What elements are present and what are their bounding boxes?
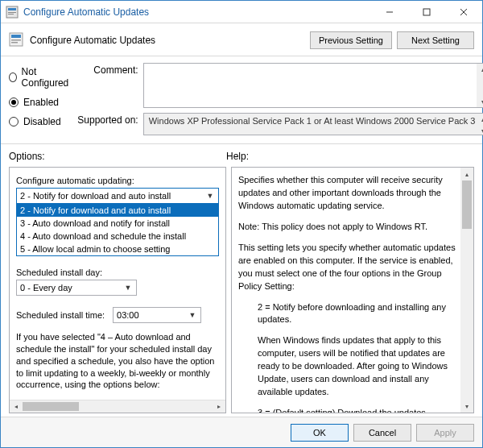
next-setting-button[interactable]: Next Setting <box>397 31 474 49</box>
comment-label: Comment: <box>71 63 143 76</box>
radio-enabled[interactable]: Enabled <box>9 97 71 108</box>
config-area: Not Configured Enabled Disabled Comment:… <box>1 56 482 144</box>
svg-rect-11 <box>11 42 18 44</box>
configure-updating-label: Configure automatic updating: <box>16 176 219 185</box>
window-title: Configure Automatic Updates <box>23 6 371 18</box>
scheduled-day-label: Scheduled install day: <box>16 268 219 277</box>
list-item[interactable]: 5 - Allow local admin to choose setting <box>17 243 218 255</box>
list-item[interactable]: 2 - Notify for download and auto install <box>17 204 218 217</box>
configure-updating-combobox[interactable]: 2 - Notify for download and auto install… <box>16 188 219 204</box>
minimize-button[interactable] <box>371 1 408 23</box>
radio-not-configured[interactable]: Not Configured <box>9 66 71 89</box>
policy-icon <box>6 6 19 19</box>
previous-setting-button[interactable]: Previous Setting <box>310 31 392 49</box>
header-row: Configure Automatic Updates Previous Set… <box>1 23 482 56</box>
radio-disabled[interactable]: Disabled <box>9 116 71 127</box>
list-item[interactable]: 3 - Auto download and notify for install <box>17 217 218 230</box>
policy-title: Configure Automatic Updates <box>30 35 305 46</box>
chevron-down-icon: ▼ <box>186 311 199 319</box>
options-heading: Options: <box>9 151 226 162</box>
radio-label: Not Configured <box>22 66 71 89</box>
chevron-down-icon: ▼ <box>204 192 217 200</box>
ok-button[interactable]: OK <box>291 424 349 442</box>
scheduled-day-dropdown[interactable]: 0 - Every day ▼ <box>16 280 137 296</box>
scroll-right-icon[interactable]: ▸ <box>213 400 225 413</box>
supported-label: Supported on: <box>71 113 143 126</box>
list-item[interactable]: 4 - Auto download and schedule the insta… <box>17 230 218 243</box>
scheduled-time-label: Scheduled install time: <box>16 310 105 320</box>
close-button[interactable] <box>445 1 482 23</box>
scrollbar[interactable]: ▴▾ <box>477 114 483 135</box>
vertical-scrollbar[interactable]: ▴ ▾ <box>460 168 473 413</box>
svg-rect-2 <box>8 12 16 13</box>
horizontal-scrollbar[interactable]: ◂ ▸ <box>10 400 225 413</box>
scroll-left-icon[interactable]: ◂ <box>10 400 23 413</box>
svg-rect-9 <box>11 35 21 38</box>
svg-rect-5 <box>423 9 430 15</box>
help-text: Specifies whether this computer will rec… <box>232 168 460 413</box>
scroll-up-icon[interactable]: ▴ <box>460 168 473 180</box>
scroll-down-icon[interactable]: ▾ <box>460 400 473 413</box>
radio-label: Disabled <box>23 116 61 127</box>
gpo-editor-window: Configure Automatic Updates Configure Au… <box>0 0 483 448</box>
dropdown-value: 0 - Every day <box>20 283 122 292</box>
radio-label: Enabled <box>23 97 59 108</box>
comment-textarea[interactable]: ▴▾ <box>143 63 483 108</box>
scheduled-time-dropdown[interactable]: 03:00 ▼ <box>113 307 201 323</box>
supported-on-field: Windows XP Professional Service Pack 1 o… <box>143 113 483 135</box>
help-panel: Specifies whether this computer will rec… <box>231 167 474 413</box>
supported-on-value: Windows XP Professional Service Pack 1 o… <box>149 116 476 126</box>
options-note: If you have selected "4 – Auto download … <box>16 331 219 391</box>
dropdown-value: 03:00 <box>117 310 186 320</box>
svg-rect-1 <box>8 8 16 10</box>
options-panel: Configure automatic updating: 2 - Notify… <box>9 167 226 413</box>
footer: OK Cancel Apply <box>1 417 482 447</box>
svg-rect-3 <box>8 14 14 15</box>
configure-updating-listbox[interactable]: 2 - Notify for download and auto install… <box>16 204 219 256</box>
titlebar[interactable]: Configure Automatic Updates <box>1 1 482 23</box>
help-heading: Help: <box>226 151 474 162</box>
chevron-down-icon: ▼ <box>122 284 134 292</box>
combobox-value: 2 - Notify for download and auto install <box>20 191 204 201</box>
svg-rect-10 <box>11 39 21 41</box>
policy-icon <box>9 32 23 48</box>
maximize-button[interactable] <box>408 1 445 23</box>
apply-button[interactable]: Apply <box>416 424 474 442</box>
scrollbar[interactable]: ▴▾ <box>477 64 483 107</box>
cancel-button[interactable]: Cancel <box>353 424 411 442</box>
